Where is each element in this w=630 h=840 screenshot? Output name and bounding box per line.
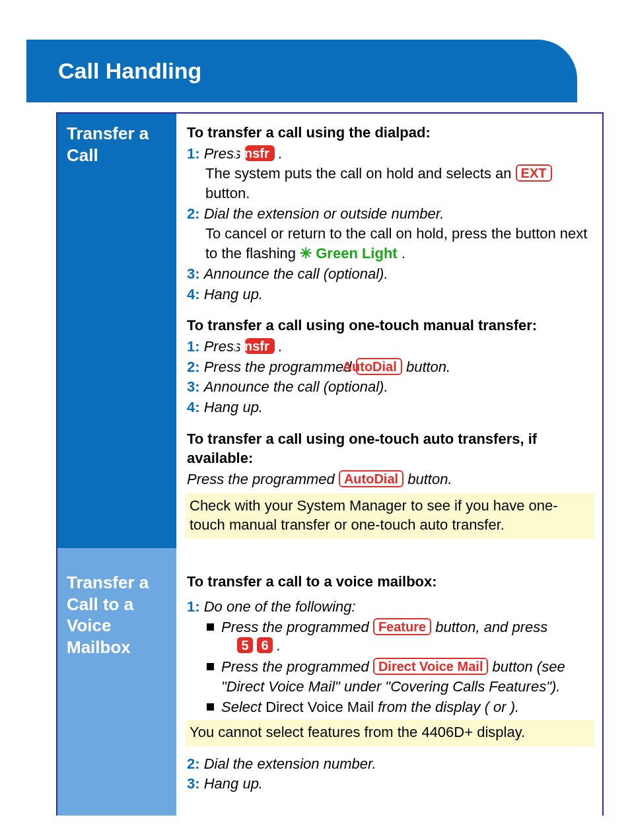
row-transfer-call: Transfer a Call To transfer a call using… [57,114,602,548]
row-transfer-voicemail: Transfer a Call to a Voice Mailbox To tr… [57,563,602,816]
green-light-label: Green Light [316,245,397,262]
section-heading: Transfer a Call [57,114,176,548]
star-icon: ✳ [300,245,312,262]
step: 2: Dial the extension or outside number. [187,204,590,224]
note: You cannot select features from the 4406… [186,720,594,746]
step: 1: Press Trnsfr . [187,144,590,164]
content: Transfer a Call To transfer a call using… [56,112,604,816]
headline: To transfer a call using one-touch manua… [187,316,590,335]
key-direct-voice-mail: Direct Voice Mail [373,658,489,675]
step: 1: Do one of the following: [187,597,590,617]
step: 3: Announce the call (optional). [187,377,590,397]
key-ext: EXT [516,164,552,182]
key-autodial: AutoDial [356,358,402,375]
step: 3: Hang up. [187,774,590,794]
headline: To transfer a call to a voice mailbox: [187,572,590,592]
page-title-bar: Call Handling [26,40,577,102]
step: 4: Hang up. [187,398,590,417]
step: 2: Dial the extension number. [187,754,590,774]
page-title: Call Handling [58,58,201,84]
step-sub: The system puts the call on hold and sel… [187,164,590,203]
section-body: To transfer a call to a voice mailbox: 1… [176,563,602,816]
key-6: 6 [257,637,273,653]
section-heading: Transfer a Call to a Voice Mailbox [57,563,176,816]
step: 3: Announce the call (optional). [187,264,590,284]
step-sub: To cancel or return to the call on hold,… [187,224,590,263]
bullet-item: Select Direct Voice Mail from the displa… [205,697,590,717]
key-feature: Feature [373,618,431,635]
separator [57,548,602,563]
key-autodial: AutoDial [339,470,403,487]
step: 2: Press the programmed AutoDial button. [187,357,590,377]
section-body: To transfer a call using the dialpad: 1:… [176,114,602,548]
bullet-item: Press the programmed Direct Voice Mail b… [205,657,590,696]
bullet-list: Press the programmed Feature button, and… [205,617,590,717]
key-trnsfr: Trnsfr [245,145,275,161]
headline: To transfer a call using the dialpad: [187,123,590,143]
key-trnsfr: Trnsfr [245,338,275,354]
step: Press the programmed AutoDial button. [187,470,590,489]
bullet-item: Press the programmed Feature button, and… [205,617,590,655]
key-5: 5 [237,637,253,653]
headline: To transfer a call using one-touch auto … [187,429,590,468]
step: 1: Press Trnsfr . [187,337,590,357]
step: 4: Hang up. [187,285,590,304]
note: Check with your System Manager to see if… [186,493,594,539]
